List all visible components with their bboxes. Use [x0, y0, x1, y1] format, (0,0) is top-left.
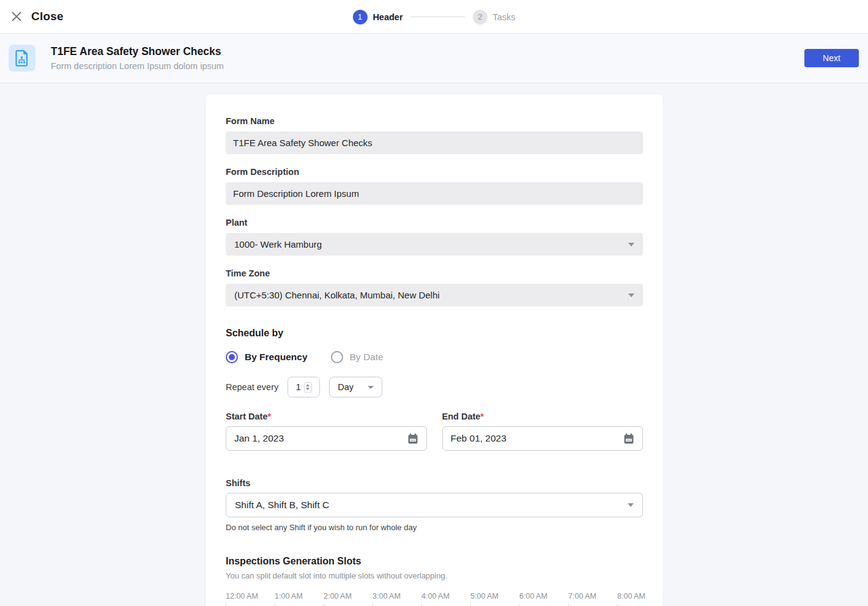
time-label: 1:00 AM	[275, 592, 303, 600]
slots-subtitle: You can split default slot into multiple…	[226, 571, 643, 580]
start-date-label: Start Date*	[226, 412, 427, 421]
chevron-down-icon	[368, 386, 374, 389]
shifts-label: Shifts	[226, 478, 643, 488]
end-date-label: End Date*	[442, 412, 644, 421]
chevron-down-icon	[628, 503, 634, 507]
radio-by-frequency-label[interactable]: By Frequency	[245, 352, 308, 363]
start-date-value: Jan 1, 2023	[234, 433, 284, 444]
plant-label: Plant	[226, 218, 643, 227]
time-label: 8:00 AM	[617, 592, 645, 600]
repeat-unit-value: Day	[338, 382, 354, 392]
timezone-select[interactable]: (UTC+5:30) Chennai, Kolkata, Mumbai, New…	[226, 284, 643, 306]
radio-selected-icon[interactable]	[226, 351, 238, 363]
close-label[interactable]: Close	[31, 10, 64, 23]
time-label: 3:00 AM	[373, 592, 401, 600]
timezone-value: (UTC+5:30) Chennai, Kolkata, Mumbai, New…	[234, 290, 440, 300]
form-document-icon	[9, 45, 35, 72]
radio-by-date-label[interactable]: By Date	[350, 352, 384, 363]
slots-heading: Inspections Generation Slots	[226, 556, 643, 567]
repeat-count-input[interactable]: 1	[287, 377, 320, 397]
form-name-label: Form Name	[226, 116, 643, 126]
repeat-every-label: Repeat every	[226, 382, 278, 392]
time-label: 4:00 AM	[421, 592, 450, 600]
time-label: 2:00 AM	[324, 592, 352, 600]
top-bar: Close 1 Header 2 Tasks	[0, 0, 868, 34]
form-name-input[interactable]	[226, 131, 643, 154]
plant-value: 1000- Werk Hamburg	[234, 239, 322, 249]
chevron-down-icon	[628, 243, 634, 246]
calendar-icon[interactable]	[623, 433, 634, 445]
required-asterisk: *	[268, 412, 272, 421]
shifts-helper-text: Do not select any Shift if you wish to r…	[226, 523, 643, 532]
schedule-by-heading: Schedule by	[226, 328, 643, 339]
timezone-label: Time Zone	[226, 268, 643, 278]
form-header-bar: T1FE Area Safety Shower Checks Form desc…	[0, 34, 868, 83]
time-label: 5:00 AM	[470, 592, 499, 600]
end-date-input[interactable]: Feb 01, 2023	[442, 426, 644, 451]
required-asterisk: *	[480, 412, 484, 421]
repeat-unit-select[interactable]: Day	[329, 377, 382, 397]
dates-row: Start Date* Jan 1, 2023	[226, 412, 643, 451]
page-subtitle: Form description Lorem Ipsum dolom ipsum	[51, 61, 224, 71]
time-axis: 12:00 AM 1:00 AM 2:00 AM 3:00 AM 4:00 AM…	[226, 592, 643, 602]
stepper: 1 Header 2 Tasks	[352, 0, 515, 34]
radio-unselected-icon[interactable]	[331, 351, 343, 363]
repeat-every-row: Repeat every 1 Day	[226, 377, 643, 397]
time-label: 7:00 AM	[568, 592, 596, 600]
number-spinner-icon[interactable]	[304, 382, 312, 393]
step-1-label[interactable]: Header	[373, 12, 402, 22]
calendar-icon[interactable]	[407, 433, 418, 445]
radio-by-frequency[interactable]: By Frequency	[226, 351, 308, 363]
form-card: Form Name Form Description Plant 1000- W…	[205, 94, 664, 606]
step-1-circle[interactable]: 1	[352, 10, 367, 24]
plant-select[interactable]: 1000- Werk Hamburg	[226, 233, 643, 256]
close-button[interactable]: Close	[10, 10, 64, 23]
step-2-label[interactable]: Tasks	[493, 12, 516, 22]
form-description-label: Form Description	[226, 167, 643, 177]
radio-by-date[interactable]: By Date	[331, 351, 384, 363]
form-description-input[interactable]	[226, 182, 643, 205]
next-button[interactable]: Next	[804, 49, 859, 67]
close-icon[interactable]	[10, 10, 23, 23]
start-date-input[interactable]: Jan 1, 2023	[226, 426, 427, 451]
time-label: 6:00 AM	[519, 592, 547, 600]
end-date-value: Feb 01, 2023	[451, 433, 506, 444]
shifts-value: Shift A, Shift B, Shift C	[235, 500, 329, 511]
repeat-count-value: 1	[296, 382, 301, 392]
stepper-connector	[411, 17, 465, 17]
step-2-circle[interactable]: 2	[473, 10, 488, 24]
page-title: T1FE Area Safety Shower Checks	[51, 45, 224, 58]
shifts-select[interactable]: Shift A, Shift B, Shift C	[226, 493, 643, 517]
schedule-by-options: By Frequency By Date	[226, 351, 643, 363]
content-area: Form Name Form Description Plant 1000- W…	[0, 83, 868, 606]
time-ticks	[226, 604, 643, 606]
time-label: 12:00 AM	[226, 592, 258, 600]
chevron-down-icon	[628, 294, 634, 297]
